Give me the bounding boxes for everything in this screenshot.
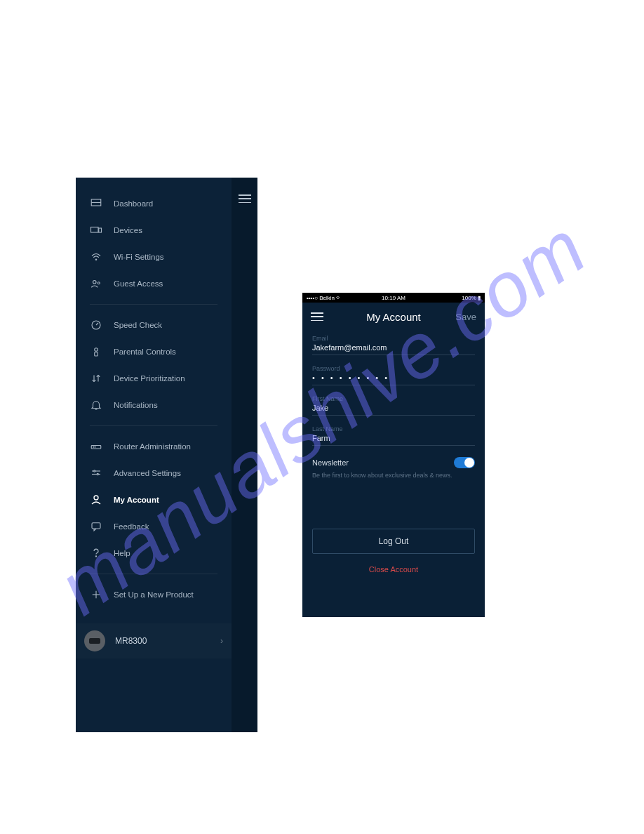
phone-sidebar: Dashboard Devices Wi-Fi Settings bbox=[76, 178, 257, 732]
last-name-field[interactable]: Last Name Farm bbox=[312, 425, 475, 446]
menu-separator bbox=[90, 425, 217, 426]
sidebar-item-setup-new[interactable]: Set Up a New Product bbox=[76, 581, 232, 608]
sidebar-item-help[interactable]: Help bbox=[76, 540, 232, 567]
close-account-link[interactable]: Close Account bbox=[302, 565, 485, 574]
sidebar-item-label: Help bbox=[114, 549, 130, 557]
password-value: • • • • • • • • • bbox=[312, 373, 475, 385]
sidebar-item-label: Router Administration bbox=[114, 442, 191, 451]
svg-point-16 bbox=[95, 446, 95, 447]
logout-button[interactable]: Log Out bbox=[312, 529, 475, 554]
sidebar-item-parental[interactable]: Parental Controls bbox=[76, 338, 232, 365]
sidebar-item-label: Feedback bbox=[114, 522, 149, 531]
sidebar-item-label: My Account bbox=[114, 496, 159, 504]
newsletter-description: Be the first to know about exclusive dea… bbox=[302, 468, 485, 479]
nav-bar: My Account Save bbox=[302, 303, 485, 331]
help-icon bbox=[90, 547, 102, 560]
status-carrier: ••••○ Belkin ᯤ bbox=[307, 295, 342, 301]
save-button[interactable]: Save bbox=[455, 312, 476, 322]
sidebar-item-router-admin[interactable]: Router Administration bbox=[76, 433, 232, 460]
priority-icon bbox=[90, 372, 102, 385]
svg-line-8 bbox=[96, 323, 98, 325]
svg-rect-22 bbox=[92, 523, 100, 529]
hamburger-icon[interactable] bbox=[239, 194, 251, 203]
sidebar-item-label: Dashboard bbox=[114, 199, 153, 208]
hamburger-icon[interactable] bbox=[311, 312, 323, 321]
phone-my-account: ••••○ Belkin ᯤ 10:19 AM 100% ▮ My Accoun… bbox=[302, 293, 485, 617]
svg-point-19 bbox=[94, 470, 95, 472]
sidebar-item-wifi[interactable]: Wi-Fi Settings bbox=[76, 244, 232, 270]
newsletter-row: Newsletter bbox=[302, 457, 485, 468]
status-time: 10:19 AM bbox=[382, 295, 405, 301]
device-label: MR8300 bbox=[115, 636, 220, 646]
last-name-value: Farm bbox=[312, 434, 475, 446]
sidebar-item-devices[interactable]: Devices bbox=[76, 217, 232, 244]
sliders-icon bbox=[90, 467, 102, 479]
speed-icon bbox=[90, 319, 102, 331]
svg-point-21 bbox=[94, 496, 98, 500]
svg-point-20 bbox=[97, 473, 98, 475]
sidebar-item-priority[interactable]: Device Prioritization bbox=[76, 365, 232, 392]
sidebar: Dashboard Devices Wi-Fi Settings bbox=[76, 178, 232, 732]
menu-separator bbox=[90, 304, 217, 305]
sidebar-item-feedback[interactable]: Feedback bbox=[76, 513, 232, 540]
sidebar-item-label: Advanced Settings bbox=[114, 469, 181, 477]
sidebar-menu: Dashboard Devices Wi-Fi Settings bbox=[76, 178, 232, 658]
sidebar-device-row[interactable]: MR8300 › bbox=[76, 623, 232, 658]
devices-icon bbox=[90, 224, 102, 237]
email-value: Jakefarm@email.com bbox=[312, 343, 475, 355]
parental-icon bbox=[90, 345, 102, 358]
sidebar-item-label: Set Up a New Product bbox=[114, 590, 194, 599]
sidebar-item-label: Device Prioritization bbox=[114, 374, 185, 383]
person-icon bbox=[90, 494, 102, 506]
sidebar-item-speed[interactable]: Speed Check bbox=[76, 312, 232, 338]
last-name-label: Last Name bbox=[312, 425, 475, 432]
sidebar-item-label: Wi-Fi Settings bbox=[114, 253, 164, 261]
svg-point-6 bbox=[98, 282, 100, 284]
svg-point-5 bbox=[93, 281, 97, 284]
wifi-icon bbox=[90, 251, 102, 263]
email-label: Email bbox=[312, 335, 475, 342]
content-peek bbox=[232, 178, 257, 732]
newsletter-label: Newsletter bbox=[312, 458, 349, 467]
device-avatar bbox=[84, 630, 105, 651]
sidebar-item-label: Guest Access bbox=[114, 279, 163, 288]
status-battery: 100% ▮ bbox=[462, 295, 481, 301]
newsletter-toggle[interactable] bbox=[454, 457, 475, 468]
sidebar-item-label: Speed Check bbox=[114, 321, 162, 329]
svg-point-15 bbox=[93, 446, 94, 447]
page-title: My Account bbox=[366, 311, 421, 323]
password-field[interactable]: Password • • • • • • • • • bbox=[312, 365, 475, 385]
bell-icon bbox=[90, 399, 102, 411]
password-label: Password bbox=[312, 365, 475, 372]
sidebar-item-advanced[interactable]: Advanced Settings bbox=[76, 460, 232, 486]
svg-rect-2 bbox=[91, 227, 99, 233]
plus-icon bbox=[90, 588, 102, 601]
router-glyph-icon bbox=[89, 638, 100, 644]
sidebar-item-notifications[interactable]: Notifications bbox=[76, 392, 232, 418]
sidebar-item-dashboard[interactable]: Dashboard bbox=[76, 190, 232, 217]
router-icon bbox=[90, 440, 102, 453]
sidebar-item-label: Parental Controls bbox=[114, 348, 176, 356]
dashboard-icon bbox=[90, 197, 102, 210]
menu-separator bbox=[90, 574, 217, 574]
svg-rect-10 bbox=[95, 352, 98, 356]
email-field[interactable]: Email Jakefarm@email.com bbox=[312, 335, 475, 355]
first-name-value: Jake bbox=[312, 404, 475, 416]
first-name-label: First Name bbox=[312, 395, 475, 402]
svg-point-23 bbox=[95, 556, 96, 557]
chat-icon bbox=[90, 520, 102, 533]
sidebar-item-guest[interactable]: Guest Access bbox=[76, 270, 232, 297]
sidebar-item-my-account[interactable]: My Account bbox=[76, 486, 232, 513]
guest-icon bbox=[90, 277, 102, 290]
first-name-field[interactable]: First Name Jake bbox=[312, 395, 475, 416]
chevron-right-icon: › bbox=[220, 636, 223, 646]
svg-rect-3 bbox=[99, 228, 102, 232]
sidebar-item-label: Notifications bbox=[114, 401, 158, 409]
sidebar-item-label: Devices bbox=[114, 226, 142, 234]
status-bar: ••••○ Belkin ᯤ 10:19 AM 100% ▮ bbox=[302, 293, 485, 303]
svg-point-4 bbox=[95, 259, 97, 260]
svg-point-9 bbox=[95, 348, 98, 352]
account-form: Email Jakefarm@email.com Password • • • … bbox=[302, 331, 485, 446]
